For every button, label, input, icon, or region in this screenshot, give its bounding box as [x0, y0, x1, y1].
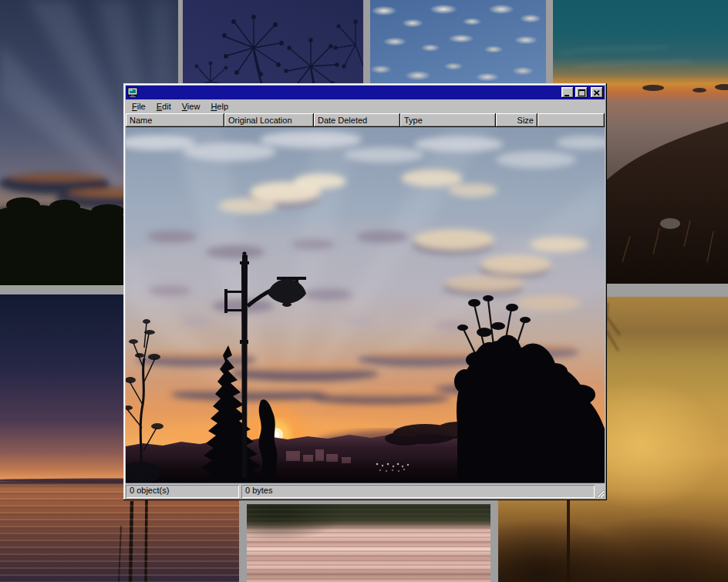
- titlebar[interactable]: [126, 86, 605, 99]
- menubar: File Edit View Help: [126, 99, 605, 113]
- minimize-button[interactable]: [561, 87, 574, 98]
- column-header-name[interactable]: Name: [126, 113, 224, 127]
- column-header-date-deleted[interactable]: Date Deleted: [314, 113, 400, 127]
- sunset-streetlamp-photo: [126, 127, 605, 483]
- status-object-count: 0 object(s): [126, 485, 239, 498]
- menu-view[interactable]: View: [177, 100, 206, 113]
- menu-edit[interactable]: Edit: [151, 100, 177, 113]
- status-byte-count: 0 bytes: [241, 485, 595, 498]
- file-list-area[interactable]: [126, 127, 605, 483]
- column-header-type[interactable]: Type: [400, 113, 496, 127]
- minimize-icon: [565, 89, 571, 96]
- column-headers: Name Original Location Date Deleted Type…: [126, 113, 605, 127]
- maximize-icon: [578, 89, 585, 96]
- recycle-bin-window: File Edit View Help Name Original Locati…: [123, 83, 607, 500]
- close-icon: [594, 90, 600, 96]
- close-button[interactable]: [591, 87, 603, 98]
- resize-grip-icon: [595, 485, 605, 498]
- maximize-button[interactable]: [575, 87, 588, 98]
- desktop: { "desktop": { "background_gap_color": "…: [0, 0, 728, 582]
- column-header-size[interactable]: Size: [496, 113, 538, 127]
- photo-pink-water-reflections: [247, 504, 490, 582]
- column-header-original-location[interactable]: Original Location: [224, 113, 314, 127]
- menu-file[interactable]: File: [126, 100, 151, 113]
- computer-icon[interactable]: [127, 87, 139, 98]
- resize-grip[interactable]: [595, 485, 605, 498]
- statusbar: 0 object(s) 0 bytes: [126, 485, 605, 498]
- menu-help[interactable]: Help: [205, 100, 234, 113]
- column-header-blank: [538, 113, 605, 127]
